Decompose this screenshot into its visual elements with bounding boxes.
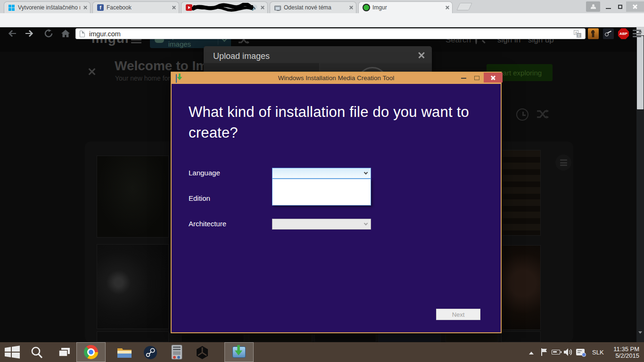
imgur-favicon	[363, 4, 370, 11]
tray-show-hidden-icons[interactable]	[529, 352, 534, 354]
taskbar-search-icon[interactable]	[30, 346, 43, 359]
taskbar-pc-tower-button[interactable]	[170, 345, 184, 361]
chrome-menu-button[interactable]	[633, 30, 641, 37]
mct-window-title: Windows Installation Media Creation Tool	[172, 74, 501, 82]
youtube-favicon	[186, 4, 192, 11]
reload-button[interactable]	[42, 28, 55, 39]
volume-icon[interactable]	[564, 348, 572, 356]
steam-extension-icon[interactable]	[603, 28, 614, 39]
thumbnail-forest[interactable]	[97, 156, 169, 238]
reload-icon	[44, 29, 53, 38]
thumbnail[interactable]	[314, 333, 376, 342]
architecture-dropdown-disabled	[272, 219, 371, 230]
clock-sort-icon[interactable]	[516, 108, 528, 121]
monitor-favicon	[274, 6, 281, 10]
minimize-window-button[interactable]	[603, 1, 614, 12]
taskbar-unity-button[interactable]	[195, 346, 209, 360]
mct-close-button[interactable]	[484, 73, 503, 82]
keyboard-language-indicator[interactable]: SLK	[592, 349, 604, 356]
tab-close-icon[interactable]	[172, 6, 176, 10]
mct-titlebar[interactable]: Windows Installation Media Creation Tool	[172, 73, 501, 84]
close-window-button[interactable]	[626, 1, 644, 12]
profile-button[interactable]	[586, 1, 600, 12]
new-tab-button[interactable]	[456, 3, 472, 10]
thumbnail[interactable]	[97, 331, 169, 342]
media-creation-tool-window: Windows Installation Media Creation Tool…	[171, 72, 502, 333]
translate-icon[interactable]: A文	[574, 30, 581, 38]
taskbar: SLK 11:35 PM 5/2/2015	[0, 342, 644, 362]
abp-label: ABP	[619, 32, 627, 36]
tab-close-icon[interactable]	[260, 6, 264, 10]
restore-window-button[interactable]	[614, 1, 626, 12]
thumbnail-chain-chomp[interactable]	[97, 244, 169, 329]
taskbar-steam-button[interactable]	[143, 346, 157, 360]
upload-dialog-title: Upload images	[213, 51, 270, 61]
tab-facebook[interactable]: f Facebook	[92, 1, 179, 13]
thumbnail[interactable]	[378, 333, 441, 342]
chrome-toolbar: imgur.com A文 ABP	[0, 13, 644, 27]
tab-close-icon[interactable]	[349, 6, 353, 10]
chrome-tab-strip: Vytvorenie inštalačného m f Facebook 🔊 O…	[0, 0, 644, 13]
page-icon	[80, 31, 85, 37]
mct-maximize-button[interactable]	[471, 73, 483, 84]
chevron-down-icon	[364, 221, 368, 225]
tab-odeslat[interactable]: Odeslat nové téma	[270, 1, 356, 13]
taskbar-file-explorer-button[interactable]	[117, 347, 132, 358]
tab-title: Vytvorenie inštalačného m	[18, 4, 80, 11]
desktop: Vytvorenie inštalačného m f Facebook 🔊 O…	[0, 0, 644, 362]
close-icon	[491, 75, 496, 80]
task-view-icon[interactable]	[58, 348, 71, 357]
thumbnail[interactable]	[501, 331, 541, 342]
language-dropdown[interactable]	[272, 168, 371, 179]
tab-title: Facebook	[107, 4, 169, 11]
address-bar[interactable]: imgur.com A文	[75, 28, 586, 39]
next-button-disabled[interactable]: Next	[436, 309, 480, 320]
close-icon	[633, 4, 638, 9]
page-scrollbar[interactable]	[636, 27, 644, 342]
scribbled-out-title	[192, 3, 253, 12]
thumbnail-face[interactable]	[501, 245, 541, 330]
action-center-flag-icon[interactable]	[541, 348, 547, 356]
thumbnail-grocery[interactable]	[501, 150, 541, 236]
tray-clock[interactable]: 11:35 PM 5/2/2015	[610, 346, 639, 359]
url-text: imgur.com	[89, 30, 121, 38]
tab-imgur-active[interactable]: Imgur	[358, 1, 453, 13]
dismiss-welcome-icon[interactable]	[88, 67, 96, 76]
scrollbar-thumb[interactable]	[637, 36, 644, 109]
thumbnail[interactable]	[249, 333, 312, 342]
forward-button[interactable]	[24, 28, 36, 39]
thumbnail[interactable]	[181, 333, 244, 342]
chrome-icon	[84, 345, 98, 359]
tab-vytvorenie[interactable]: Vytvorenie inštalačného m	[4, 1, 91, 13]
upload-dialog-close-icon[interactable]	[418, 51, 425, 59]
start-button[interactable]	[5, 346, 20, 359]
tab-close-icon[interactable]	[83, 6, 87, 10]
media-creation-tool-icon	[232, 346, 246, 358]
forward-arrow-icon	[25, 30, 34, 37]
csgo-extension-icon[interactable]	[588, 28, 599, 39]
scroll-down-arrow[interactable]	[638, 331, 642, 334]
battery-icon[interactable]	[552, 350, 560, 354]
home-icon	[61, 30, 70, 37]
language-dropdown-list[interactable]	[272, 179, 371, 206]
tab-youtube-scribbled[interactable]: 🔊	[181, 1, 268, 13]
shuffle-sort-icon[interactable]	[537, 109, 549, 119]
home-button[interactable]	[59, 28, 72, 39]
mct-minimize-button[interactable]	[457, 73, 470, 84]
back-arrow-icon	[8, 30, 16, 37]
comments-icon[interactable]	[555, 155, 571, 171]
language-label: Language	[189, 169, 220, 177]
thumbnail[interactable]	[446, 333, 498, 342]
back-button[interactable]	[6, 28, 18, 39]
edition-label: Edition	[189, 194, 210, 202]
tab-title: Imgur	[372, 4, 442, 11]
taskbar-media-creation-tool-button[interactable]	[224, 342, 254, 362]
tab-close-icon[interactable]	[445, 6, 449, 10]
tray-app-icon[interactable]	[576, 349, 585, 355]
taskbar-chrome-button[interactable]	[76, 342, 106, 362]
person-icon	[591, 4, 595, 9]
chevron-down-icon	[364, 170, 368, 174]
architecture-label: Architecture	[189, 220, 226, 228]
mct-heading: What kind of installation file do you wa…	[189, 102, 490, 143]
tab-title: Odeslat nové téma	[284, 4, 346, 11]
